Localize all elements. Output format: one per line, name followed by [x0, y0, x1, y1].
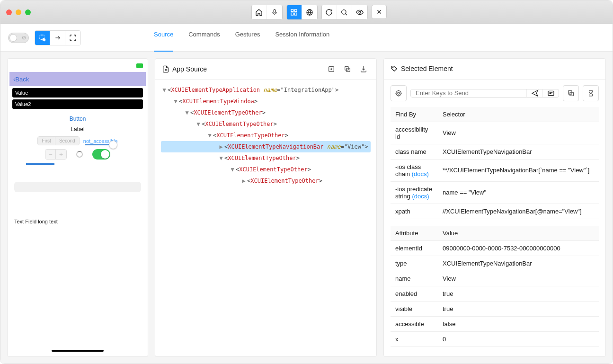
attr-key: accessible	[391, 316, 438, 331]
svg-point-12	[392, 67, 393, 68]
locator-row[interactable]: -ios predicate string (docs)name == "Vie…	[391, 181, 599, 204]
locator-header-selector: Selector	[438, 107, 599, 122]
minimize-window-button[interactable]	[16, 9, 21, 15]
tree-caret-icon[interactable]: ▼	[184, 109, 190, 116]
locator-row[interactable]: xpath//XCUIElementTypeNavigationBar[@nam…	[391, 204, 599, 219]
attr-value: false	[438, 316, 599, 331]
attribute-row: visibletrue	[391, 301, 599, 316]
svg-point-6	[342, 9, 346, 14]
mjpeg-toggle[interactable]: ⊘	[8, 33, 29, 43]
tree-node[interactable]: ▼<XCUIElementTypeOther>	[161, 152, 371, 164]
segmented-control[interactable]: First Second	[37, 136, 79, 145]
svg-point-13	[396, 90, 401, 96]
quit-session-button[interactable]	[372, 5, 387, 19]
home-button[interactable]	[252, 5, 267, 19]
tree-node[interactable]: ▼<XCUIElementTypeOther>	[161, 107, 371, 118]
segment-second[interactable]: Second	[55, 137, 79, 145]
record-button[interactable]	[352, 5, 367, 19]
tag-icon	[391, 65, 398, 72]
select-element-tool[interactable]	[35, 31, 50, 45]
copy-attributes-button[interactable]	[563, 85, 579, 101]
tree-caret-icon[interactable]: ▼	[218, 155, 224, 161]
download-source-button[interactable]	[325, 63, 338, 75]
locator-table: Find By Selector accessibility idViewcla…	[391, 107, 599, 219]
preview-button[interactable]: Button	[9, 115, 146, 122]
switch-control[interactable]	[92, 149, 110, 160]
text-value-1[interactable]: Value	[12, 88, 143, 98]
text-field[interactable]	[14, 182, 141, 192]
tree-caret-icon[interactable]: ▼	[161, 87, 168, 93]
svg-rect-2	[294, 9, 297, 12]
tab-commands[interactable]: Commands	[188, 31, 220, 44]
mic-button[interactable]	[267, 5, 282, 19]
back-button[interactable]: ‹ Back	[13, 76, 29, 83]
docs-link[interactable]: (docs)	[412, 193, 429, 200]
selected-element-title: Selected Element	[401, 65, 453, 72]
progress-bar	[26, 163, 54, 165]
device-preview-panel: ‹ Back Value Value2 Button Label First S…	[7, 58, 148, 357]
tree-node[interactable]: ▼<XCUIElementTypeOther>	[161, 130, 371, 141]
native-mode-button[interactable]	[287, 5, 302, 19]
attribute-row: enabledtrue	[391, 286, 599, 301]
tree-node[interactable]: ▼<XCUIElementTypeWindow>	[161, 96, 371, 107]
tap-coordinates-tool[interactable]	[65, 31, 80, 45]
source-tree[interactable]: ▼<XCUIElementTypeApplication name="Integ…	[155, 80, 376, 191]
locator-row[interactable]: class nameXCUIElementTypeNavigationBar	[391, 144, 599, 159]
tree-node-label: <XCUIElementTypeApplication name="Integr…	[168, 87, 338, 93]
tree-caret-icon[interactable]: ▼	[229, 166, 236, 173]
locator-findby: accessibility id	[391, 122, 438, 144]
get-timing-button[interactable]	[583, 85, 599, 101]
export-source-button[interactable]	[357, 63, 370, 75]
locator-findby: -ios predicate string (docs)	[391, 181, 438, 204]
locator-header-findby: Find By	[391, 107, 438, 122]
main-tabs: Source Commands Gestures Session Informa…	[154, 31, 329, 44]
attr-value: 0	[438, 331, 599, 346]
attribute-row: x0	[391, 331, 599, 346]
tree-node-label: <XCUIElementTypeOther>	[202, 121, 277, 127]
svg-rect-0	[274, 9, 275, 13]
device-screenshot[interactable]: ‹ Back Value Value2 Button Label First S…	[9, 61, 146, 355]
tab-gestures[interactable]: Gestures	[235, 31, 260, 44]
tree-node[interactable]: ▼<XCUIElementTypeOther>	[161, 164, 371, 175]
tree-caret-icon[interactable]: ▼	[206, 132, 213, 139]
tree-caret-icon[interactable]: ▼	[195, 121, 202, 127]
svg-rect-1	[291, 9, 293, 12]
search-button[interactable]	[337, 5, 352, 19]
clear-element-button[interactable]	[542, 89, 559, 97]
app-window: ⊘ Source Commands Gestures	[0, 0, 613, 364]
text-value-2[interactable]: Value2	[12, 99, 143, 109]
tree-caret-icon[interactable]: ▶	[240, 178, 247, 184]
tree-node[interactable]: ▼<XCUIElementTypeApplication name="Integ…	[161, 84, 371, 96]
preview-label: Label	[9, 126, 146, 133]
attr-header-value: Value	[438, 226, 599, 241]
tree-node[interactable]: ▶<XCUIElementTypeNavigationBar name="Vie…	[161, 141, 371, 152]
tab-source[interactable]: Source	[154, 31, 173, 52]
tree-caret-icon[interactable]: ▼	[172, 98, 179, 105]
tree-node-label: <XCUIElementTypeNavigationBar name="View…	[224, 143, 368, 150]
refresh-button[interactable]	[322, 5, 337, 19]
docs-link[interactable]: (docs)	[412, 170, 429, 178]
swipe-tool[interactable]	[50, 31, 65, 45]
tree-caret-icon[interactable]: ▶	[218, 143, 224, 150]
locator-row[interactable]: accessibility idView	[391, 122, 599, 144]
attribute-row: elementId09000000-0000-0000-7532-0000000…	[391, 240, 599, 256]
send-keys-button[interactable]	[526, 89, 542, 97]
segment-first[interactable]: First	[38, 137, 55, 145]
tap-element-button[interactable]	[391, 85, 407, 101]
send-keys-input[interactable]	[411, 89, 526, 97]
stepper-control[interactable]: −+	[45, 149, 67, 160]
nav-bar-highlight[interactable]: ‹ Back	[9, 72, 146, 86]
zoom-window-button[interactable]	[25, 9, 31, 15]
tab-session-info[interactable]: Session Information	[275, 31, 329, 44]
home-indicator	[52, 350, 104, 352]
close-window-button[interactable]	[6, 9, 12, 15]
sub-toolbar: ⊘ Source Commands Gestures	[0, 24, 613, 52]
copy-source-button[interactable]	[341, 63, 354, 75]
tree-node-label: <XCUIElementTypeOther>	[236, 166, 311, 173]
tree-node[interactable]: ▶<XCUIElementTypeOther>	[161, 175, 371, 186]
web-mode-button[interactable]	[302, 5, 317, 19]
tree-node[interactable]: ▼<XCUIElementTypeOther>	[161, 118, 371, 130]
locator-row[interactable]: -ios class chain (docs)**/XCUIElementTyp…	[391, 159, 599, 181]
tree-node-label: <XCUIElementTypeOther>	[190, 109, 266, 116]
back-label: Back	[15, 76, 29, 83]
